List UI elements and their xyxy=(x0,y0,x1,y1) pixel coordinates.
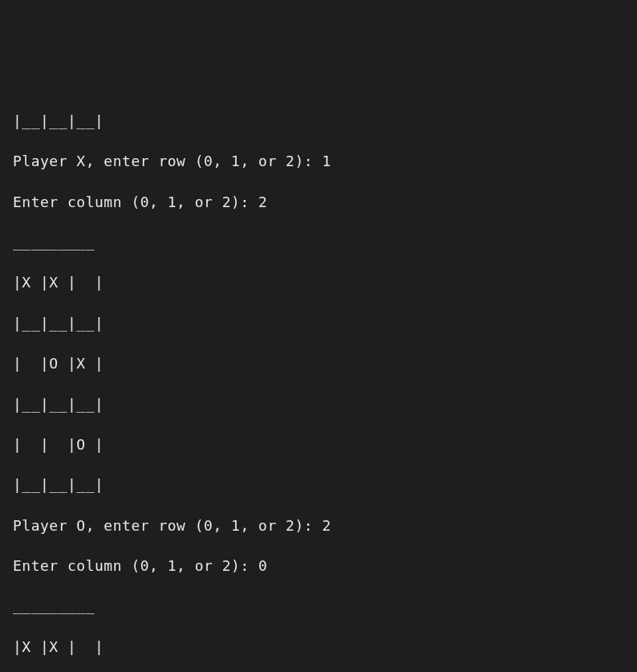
terminal-line: Player O, enter row (0, 1, or 2): 2 xyxy=(13,515,624,536)
terminal-line: |X |X | | xyxy=(13,272,624,292)
terminal-output: |__|__|__| Player X, enter row (0, 1, or… xyxy=(13,91,624,672)
terminal-line: |__|__|__| xyxy=(13,474,624,495)
terminal-line: |__|__|__| xyxy=(13,394,624,414)
terminal-line: | | |O | xyxy=(13,434,624,454)
terminal-line: Enter column (0, 1, or 2): 0 xyxy=(13,556,624,576)
terminal-line: |__|__|__| xyxy=(13,111,624,131)
terminal-line: _________ xyxy=(13,596,624,616)
terminal-line: Player X, enter row (0, 1, or 2): 1 xyxy=(13,151,624,171)
terminal-line: _________ xyxy=(13,232,624,252)
terminal-line: | |O |X | xyxy=(13,353,624,373)
terminal-line: |X |X | | xyxy=(13,637,624,657)
terminal-line: Enter column (0, 1, or 2): 2 xyxy=(13,192,624,212)
terminal-line: |__|__|__| xyxy=(13,313,624,333)
